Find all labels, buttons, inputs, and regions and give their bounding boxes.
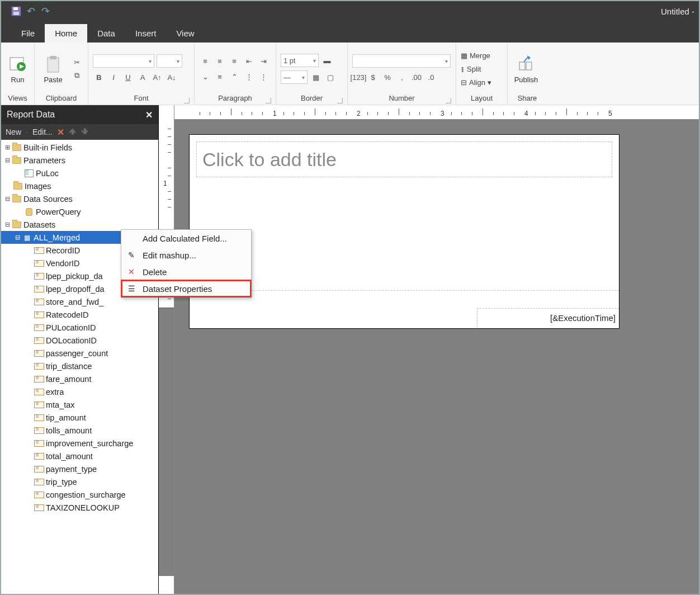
quick-access-toolbar: ↶ ↷ Untitled - xyxy=(1,1,699,21)
font-size-combo[interactable] xyxy=(157,54,182,68)
tree-field[interactable]: extra xyxy=(1,385,158,398)
tree-field[interactable]: passenger_count xyxy=(1,347,158,360)
tree-field[interactable]: TAXIZONELOOKUP xyxy=(1,501,158,514)
menu-add-calculated-field[interactable]: Add Calculated Field... xyxy=(121,230,251,247)
design-surface: 1 12345 Click to add title [&ExecutionTi… xyxy=(159,105,699,594)
copy-icon[interactable]: ⧉ xyxy=(70,69,83,82)
tab-home[interactable]: Home xyxy=(45,24,87,42)
border-preset-icon[interactable]: ▢ xyxy=(324,71,337,83)
tab-file[interactable]: File xyxy=(11,24,45,42)
fill-color-icon[interactable]: ▦ xyxy=(310,71,322,83)
close-icon[interactable]: ✕ xyxy=(145,110,153,120)
redo-icon[interactable]: ↷ xyxy=(38,4,53,18)
save-icon[interactable] xyxy=(9,4,23,18)
merge-button[interactable]: ▦ Merge xyxy=(461,49,491,62)
inc-decimal-icon[interactable]: .00 xyxy=(410,71,423,83)
dec-decimal-icon[interactable]: .0 xyxy=(425,71,437,83)
underline-icon[interactable]: U xyxy=(122,71,134,83)
font-color-icon[interactable]: A xyxy=(136,71,149,83)
svg-rect-9 xyxy=(526,62,532,70)
tree-field[interactable]: mta_tax xyxy=(1,398,158,411)
tree-field[interactable]: trip_type xyxy=(1,475,158,488)
move-up-icon[interactable]: 🡹 xyxy=(69,128,77,136)
ribbon: Run Views Paste ✂ ⧉ Clipboard xyxy=(1,42,699,105)
tree-field[interactable]: DOLocationID xyxy=(1,334,158,347)
number-format-combo[interactable] xyxy=(352,54,451,68)
grow-font-icon[interactable]: A↑ xyxy=(151,71,163,83)
tree-param-item[interactable]: PuLoc xyxy=(1,167,158,180)
paste-label: Paste xyxy=(44,75,62,84)
italic-icon[interactable]: I xyxy=(107,71,120,83)
comma-icon[interactable]: , xyxy=(396,71,408,83)
delete-icon[interactable]: ✕ xyxy=(57,127,64,138)
currency-icon[interactable]: $ xyxy=(367,71,379,83)
edit-button[interactable]: Edit... xyxy=(32,128,53,136)
indent-dec-icon[interactable]: ⇤ xyxy=(243,55,255,67)
svg-rect-6 xyxy=(48,58,59,72)
valign-mid-icon[interactable]: ≡ xyxy=(214,70,226,83)
tree-ds-item[interactable]: PowerQuery xyxy=(1,205,158,218)
vertical-ruler: 1 xyxy=(159,105,174,594)
tab-insert[interactable]: Insert xyxy=(125,24,167,42)
align-right-icon[interactable]: ≡ xyxy=(228,55,240,67)
undo-icon[interactable]: ↶ xyxy=(23,4,38,18)
tree-field[interactable]: PULocationID xyxy=(1,321,158,334)
svg-rect-2 xyxy=(13,12,19,15)
move-down-icon[interactable]: 🡻 xyxy=(81,128,89,136)
footer-execution-time[interactable]: [&ExecutionTime] xyxy=(477,308,619,327)
tab-view[interactable]: View xyxy=(166,24,204,42)
group-number-label: Number xyxy=(352,93,451,105)
align-left-icon[interactable]: ≡ xyxy=(199,55,211,67)
report-page[interactable]: Click to add title [&ExecutionTime] xyxy=(189,134,619,329)
border-weight-combo[interactable]: 1 pt xyxy=(281,54,319,67)
align-center-icon[interactable]: ≡ xyxy=(214,55,226,67)
tree-parameters[interactable]: ⊟Parameters xyxy=(1,154,158,167)
tree-field[interactable]: congestion_surcharge xyxy=(1,488,158,501)
tree-field[interactable]: tip_amount xyxy=(1,411,158,424)
indent-inc-icon[interactable]: ⇥ xyxy=(257,55,269,67)
border-style-combo[interactable]: — xyxy=(281,70,308,84)
group-font-label: Font xyxy=(93,93,190,105)
bullets-icon[interactable]: ⋮ xyxy=(243,70,255,83)
tree-field[interactable]: total_amount xyxy=(1,450,158,462)
run-button[interactable]: Run xyxy=(6,54,30,84)
shrink-font-icon[interactable]: A↓ xyxy=(165,71,178,83)
bold-icon[interactable]: B xyxy=(93,71,105,83)
menu-delete[interactable]: ✕Delete xyxy=(121,263,251,280)
workspace: Report Data ✕ New · Edit... ✕ 🡹 🡻 ⊞Built… xyxy=(1,105,699,594)
tree-field[interactable]: tolls_amount xyxy=(1,424,158,437)
tree-field[interactable]: payment_type xyxy=(1,462,158,475)
tree-builtin-fields[interactable]: ⊞Built-in Fields xyxy=(1,141,158,154)
percent-icon[interactable]: % xyxy=(381,71,394,83)
border-color-icon[interactable]: ▬ xyxy=(321,54,333,67)
group-paragraph-label: Paragraph xyxy=(199,93,271,105)
tree-field[interactable]: fare_amount xyxy=(1,372,158,385)
font-family-combo[interactable] xyxy=(93,54,154,68)
title-placeholder[interactable]: Click to add title xyxy=(196,141,612,177)
cut-icon[interactable]: ✂ xyxy=(70,56,83,68)
numbering-icon[interactable]: ⋮ xyxy=(257,70,269,83)
paste-button[interactable]: Paste xyxy=(39,54,67,84)
split-button[interactable]: ⫿ Split xyxy=(461,63,491,75)
report-data-tree: ⊞Built-in Fields ⊟Parameters PuLoc Image… xyxy=(1,140,158,594)
tree-field[interactable]: trip_distance xyxy=(1,360,158,372)
menu-dataset-properties[interactable]: ☰Dataset Properties xyxy=(121,280,251,297)
placeholder-icon[interactable]: [123] xyxy=(352,71,365,83)
align-button[interactable]: ⊟ Align ▾ xyxy=(461,76,491,88)
tree-images[interactable]: Images xyxy=(1,180,158,192)
publish-button[interactable]: Publish xyxy=(512,54,540,84)
report-data-title: Report Data ✕ xyxy=(1,105,158,124)
tab-data[interactable]: Data xyxy=(87,24,125,42)
delete-icon: ✕ xyxy=(126,266,137,277)
group-share-label: Share xyxy=(512,93,542,105)
valign-top-icon[interactable]: ⌄ xyxy=(199,70,211,83)
tree-field[interactable]: RatecodeID xyxy=(1,308,158,321)
menu-edit-mashup[interactable]: ✎Edit mashup... xyxy=(121,247,251,263)
tree-field[interactable]: improvement_surcharge xyxy=(1,437,158,450)
horizontal-ruler: 12345 xyxy=(174,105,699,120)
new-button[interactable]: New xyxy=(6,128,21,136)
valign-bot-icon[interactable]: ⌃ xyxy=(228,70,240,83)
tree-datasources[interactable]: ⊟Data Sources xyxy=(1,192,158,205)
properties-icon: ☰ xyxy=(126,283,137,294)
svg-rect-7 xyxy=(50,56,56,59)
